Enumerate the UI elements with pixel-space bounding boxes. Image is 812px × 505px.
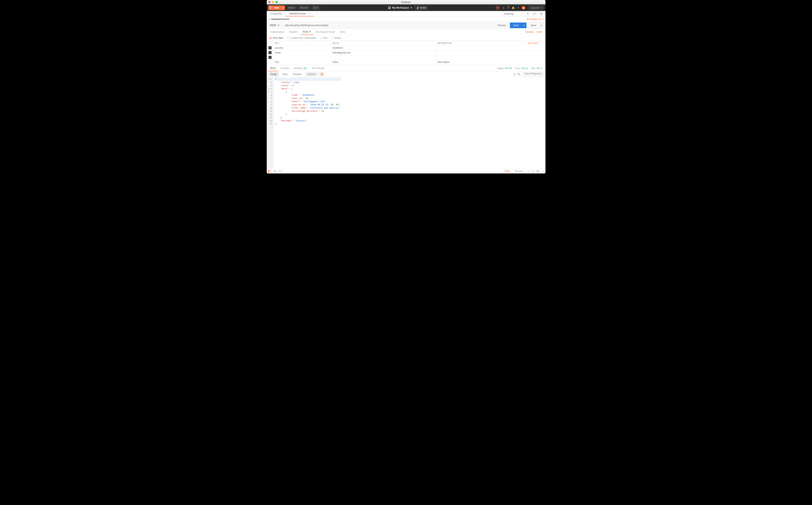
close-icon[interactable]: ✕ bbox=[308, 12, 310, 15]
tab-authorization[interactable]: Authorization bbox=[268, 29, 287, 35]
send-button[interactable]: Send ▾ bbox=[510, 23, 527, 28]
radio-binary[interactable]: binary bbox=[331, 36, 341, 39]
two-pane-icon[interactable]: ◫ bbox=[531, 170, 534, 173]
environment-quicklook-icon[interactable] bbox=[532, 11, 537, 16]
search-icon[interactable]: 🔍 bbox=[517, 73, 520, 76]
tab-createoffer[interactable]: CreateOffer bbox=[267, 11, 286, 16]
sidebar-toggle-icon[interactable] bbox=[268, 170, 271, 172]
console-icon[interactable] bbox=[279, 170, 282, 172]
bulk-edit-link[interactable]: Bulk Edit bbox=[528, 42, 539, 44]
col-description: DESCRIPTION bbox=[436, 41, 521, 45]
value-cell[interactable]: 91de9014 bbox=[331, 45, 436, 50]
description-cell[interactable] bbox=[436, 45, 545, 50]
help-icon[interactable]: ？ bbox=[542, 169, 544, 173]
chevron-down-icon[interactable]: ▾ bbox=[539, 24, 544, 27]
window-chooser-button[interactable]: ▾ bbox=[311, 5, 320, 10]
examples-label: Examples (1) bbox=[527, 18, 541, 21]
save-button[interactable]: Save ▾ bbox=[528, 23, 544, 28]
format-select[interactable]: JSON ▾ bbox=[305, 72, 318, 76]
save-response-button[interactable]: Save Response bbox=[523, 72, 544, 76]
params-button[interactable]: Params bbox=[495, 24, 509, 27]
description-cell[interactable] bbox=[436, 55, 545, 60]
row-checkbox[interactable]: ✓ bbox=[268, 46, 271, 49]
view-raw[interactable]: Raw bbox=[280, 72, 289, 76]
resp-tab-headers-label: Headers bbox=[294, 67, 303, 70]
bell-icon[interactable]: 🔔 bbox=[512, 6, 515, 9]
new-button[interactable]: ＋ New ▾ bbox=[268, 5, 285, 10]
build-browse-toggle[interactable]: Build Browse bbox=[502, 169, 526, 173]
chevron-down-icon[interactable]: ▾ bbox=[522, 24, 527, 27]
method-select[interactable]: POST ▾ bbox=[267, 22, 283, 29]
key-cell[interactable] bbox=[273, 55, 331, 60]
description-cell[interactable] bbox=[436, 50, 545, 55]
description-input[interactable]: Description bbox=[436, 60, 545, 64]
form-data-table: KEY VALUE DESCRIPTION ⋯ Bulk Edit ✓ vouc… bbox=[267, 41, 546, 64]
resp-tab-testresults[interactable]: Test Results bbox=[309, 65, 327, 71]
radio-raw[interactable]: raw bbox=[320, 36, 327, 39]
url-input[interactable]: http://localhost:9000/api/voucher/valida… bbox=[283, 24, 495, 27]
import-button[interactable]: Import bbox=[286, 5, 297, 10]
key-input[interactable]: Key bbox=[273, 60, 331, 64]
examples-dropdown[interactable]: Examples (1) ▾ bbox=[527, 18, 544, 21]
tab-label: ValidateVoucher bbox=[289, 12, 306, 15]
key-cell[interactable]: email bbox=[273, 50, 331, 55]
chevron-down-icon[interactable]: ▾ bbox=[281, 6, 285, 9]
value-cell[interactable]: hello@gmail.com bbox=[331, 50, 436, 55]
row-options-icon[interactable]: ⋯ bbox=[523, 42, 525, 44]
capture-icon[interactable]: ◑ bbox=[502, 6, 504, 9]
tab-label: CreateOffer bbox=[270, 12, 282, 15]
plus-icon: ＋ bbox=[268, 6, 272, 9]
workspace-switcher[interactable]: My Workspace ▾ bbox=[388, 5, 412, 10]
code-link[interactable]: Code bbox=[537, 30, 542, 33]
send-label: Send bbox=[510, 24, 522, 27]
radio-x-www[interactable]: x-www-form-urlencoded bbox=[287, 36, 316, 39]
invite-button[interactable]: Invite bbox=[415, 5, 428, 10]
bootcamp-icon[interactable]: ⌖ bbox=[528, 170, 529, 173]
find-icon[interactable]: 🔍 bbox=[273, 170, 276, 173]
copy-icon[interactable]: ⧉ bbox=[514, 73, 515, 76]
value-cell[interactable] bbox=[331, 55, 436, 60]
chevron-right-icon[interactable]: ▸ bbox=[269, 18, 270, 21]
value-input[interactable]: Value bbox=[331, 60, 436, 64]
settings-gear-icon[interactable] bbox=[539, 11, 544, 16]
method-label: POST bbox=[270, 24, 276, 27]
response-viewbar: Pretty Raw Preview JSON ▾ ⧉ 🔍 Save Respo… bbox=[267, 71, 546, 77]
browse-label[interactable]: Browse bbox=[512, 170, 525, 173]
sync-status-icon[interactable] bbox=[496, 6, 499, 10]
environment-select[interactable]: Hotelsng ▾ bbox=[502, 11, 530, 16]
svg-rect-1 bbox=[314, 7, 316, 9]
resp-tab-cookies[interactable]: Cookies bbox=[278, 65, 292, 71]
add-tab-icon[interactable]: ＋ bbox=[316, 12, 318, 15]
tab-headers[interactable]: Headers bbox=[287, 29, 301, 35]
tab-body-label: Body bbox=[303, 30, 308, 33]
chevron-down-icon: ▾ bbox=[278, 24, 279, 27]
tab-options-icon[interactable]: ⋯ bbox=[321, 12, 323, 15]
wrap-toggle-icon[interactable] bbox=[319, 72, 325, 76]
svg-line-13 bbox=[540, 14, 541, 15]
upgrade-label: Upgrade bbox=[530, 6, 539, 9]
runner-button[interactable]: Runner bbox=[298, 5, 310, 10]
row-checkbox[interactable]: ✓ bbox=[268, 56, 271, 59]
upgrade-button[interactable]: Upgrade ▾ bbox=[528, 5, 544, 10]
keyboard-shortcuts-icon[interactable]: ⌨ bbox=[536, 170, 540, 173]
heart-icon[interactable]: ♥ bbox=[517, 6, 519, 9]
response-body-viewer[interactable]: 1 ▾ 2 3 4 ▾ 5 ▾ 6 7 8 9 10 11 12 13 14 1… bbox=[267, 77, 546, 169]
tab-prerequest[interactable]: Pre-request Script bbox=[313, 29, 337, 35]
radio-label: x-www-form-urlencoded bbox=[291, 36, 316, 39]
radio-form-data[interactable]: form-data bbox=[269, 36, 283, 39]
status-label: Status: bbox=[497, 67, 504, 69]
tab-tests[interactable]: Tests bbox=[337, 29, 348, 35]
tab-validatevoucher[interactable]: ValidateVoucher ✕ bbox=[286, 11, 314, 16]
resp-tab-headers[interactable]: Headers (6) bbox=[292, 65, 309, 71]
build-label[interactable]: Build bbox=[502, 170, 513, 173]
key-cell[interactable]: voucher bbox=[273, 45, 331, 50]
tab-body[interactable]: Body bbox=[301, 29, 313, 35]
row-checkbox[interactable]: ✓ bbox=[268, 51, 271, 54]
view-pretty[interactable]: Pretty bbox=[268, 72, 279, 76]
notifications-bell-icon[interactable]: ⧉ bbox=[507, 6, 509, 9]
cookies-link[interactable]: Cookies bbox=[525, 30, 534, 33]
status-value: 200 OK bbox=[505, 67, 512, 69]
view-preview[interactable]: Preview bbox=[291, 72, 304, 76]
user-avatar-icon[interactable]: ☁ bbox=[522, 6, 525, 10]
resp-tab-body[interactable]: Body bbox=[268, 65, 278, 71]
